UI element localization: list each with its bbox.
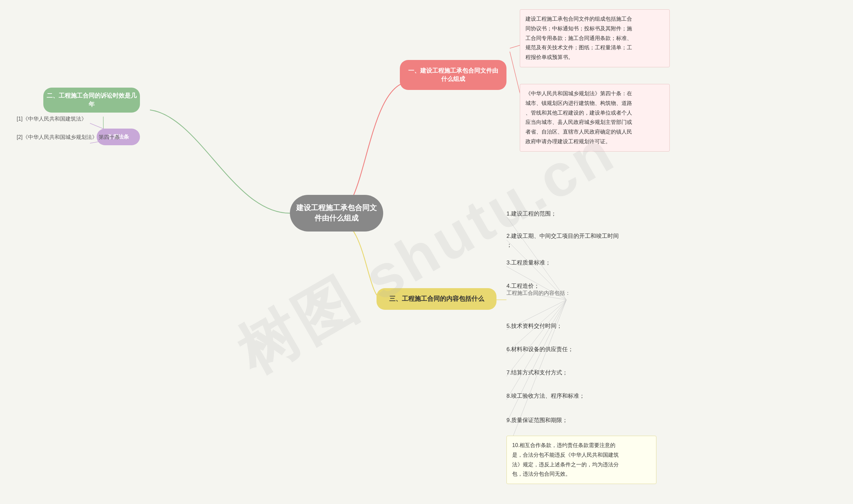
- content-item-2: 2.建设工期、中间交工项目的开工和竣工时间；: [507, 232, 619, 250]
- branch-node-1: 一、建设工程施工承包合同文件由什么组成: [400, 60, 507, 90]
- content-item-5: 5.技术资料交付时间；: [507, 322, 562, 330]
- branch-node-3: 三、工程施工合同的内容包括什么: [376, 288, 496, 310]
- central-node: 建设工程施工承包合同文 件由什么组成: [290, 195, 383, 232]
- branch-node-2: 二、工程施工合同的诉讼时效是几年: [43, 88, 140, 113]
- ref-item-2: [2]《中华人民共和国城乡规划法》 第四十条: [17, 133, 120, 141]
- content-item-3: 3.工程质量标准；: [507, 258, 551, 267]
- branch3-label: 三、工程施工合同的内容包括什么: [389, 294, 484, 304]
- central-label: 建设工程施工承包合同文 件由什么组成: [296, 203, 377, 223]
- content-item-10: 10.相互合作条款，违约责任条款需要注意的 是，合法分包不能违反《中华人民共和国…: [507, 436, 656, 484]
- info-box-2-text: 《中华人民共和国城乡规划法》第四十条：在 城市、镇规划区内进行建筑物、构筑物、道…: [526, 91, 632, 144]
- svg-line-13: [507, 300, 566, 423]
- branch2-label: 二、工程施工合同的诉讼时效是几年: [47, 92, 137, 108]
- content-item-1: 1.建设工程的范围；: [507, 209, 556, 218]
- ref-item-1: [1]《中华人民共和国建筑法》: [17, 115, 87, 123]
- content-item-4: 4.工程造价；: [507, 282, 539, 290]
- branch1-label: 一、建设工程施工承包合同文件由什么组成: [408, 67, 498, 83]
- content-item-6: 6.材料和设备的供应责任；: [507, 345, 573, 354]
- info-box-1: 建设工程施工承包合同文件的组成包括施工合 同协议书；中标通知书；投标书及其附件；…: [520, 9, 670, 67]
- content-item-8: 8.竣工验收方法、程序和标准；: [507, 391, 585, 400]
- svg-line-11: [507, 300, 566, 376]
- content-item-7: 7.结算方式和支付方式；: [507, 368, 568, 377]
- mindmap-container: 树图 shutu.cn 建设工程施工承包合同文 件由什么组成 一、建设工程施工承…: [0, 0, 853, 504]
- info-box-2: 《中华人民共和国城乡规划法》第四十条：在 城市、镇规划区内进行建筑物、构筑物、道…: [520, 84, 670, 151]
- content-item-9: 9.质量保证范围和期限；: [507, 416, 568, 425]
- info-box-1-text: 建设工程施工承包合同文件的组成包括施工合 同协议书；中标通知书；投标书及其附件；…: [526, 16, 632, 60]
- content-label: 工程施工合同的内容包括：: [507, 290, 570, 297]
